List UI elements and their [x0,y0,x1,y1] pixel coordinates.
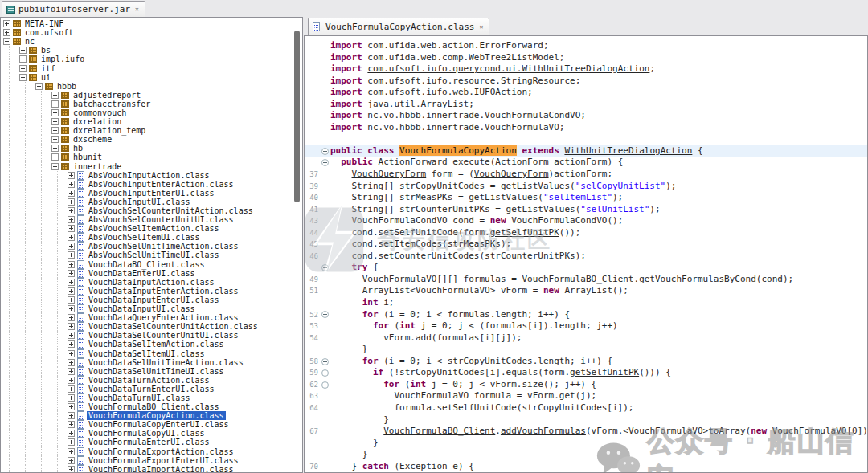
collapse-region-icon[interactable] [321,159,329,166]
expand-plus-icon[interactable] [68,225,75,232]
tree-item-label[interactable]: VouchFormulaBO_Client.class [87,402,221,411]
collapse-region-icon[interactable] [321,369,329,377]
tree-item[interactable]: dxrelation [1,117,302,126]
tree-item-label[interactable]: AbsVouchSelCounterUnitAction.class [87,206,255,215]
expand-plus-icon[interactable] [68,172,75,179]
code-link[interactable]: addVouchFormulas [501,426,586,436]
tree-item-label[interactable]: VouchDataInputEnterAction.class [87,287,240,296]
tree-item-label[interactable]: VouchDataEnterUI.class [87,269,196,278]
tree-item-label[interactable]: commonvouch [72,108,128,117]
tree-item-label[interactable]: hbbb [55,82,78,91]
tree-item[interactable]: AbsVouchInputEnterUI.class [1,189,302,198]
jar-tab[interactable]: pubiufoiufoserver.jar ✕ [2,1,145,17]
collapse-region-icon[interactable] [321,311,329,318]
tree-item-label[interactable]: AbsVouchSelItemAction.class [87,224,221,233]
expand-plus-icon[interactable] [68,457,75,464]
jar-tab-close-icon[interactable]: ✕ [135,6,139,13]
expand-plus-icon[interactable] [68,438,75,446]
tree-item-label[interactable]: VouchDataSelItemAction.class [87,340,226,349]
tree-item-label[interactable]: impl.iufo [39,55,86,63]
tree-item-label[interactable]: VouchFormulaCopyUI.class [87,429,207,438]
tree-item[interactable]: VouchFormulaCopyUI.class [1,429,302,438]
code-link[interactable]: getVouchFormulasByCond [639,274,756,284]
expand-plus-icon[interactable] [51,136,59,143]
expand-plus-icon[interactable] [68,261,75,268]
collapse-region-icon[interactable] [321,381,329,389]
tree-item[interactable]: VouchFormulaEnterUI.class [1,438,302,446]
tree-item-label[interactable]: innertrade [72,162,123,171]
expand-plus-icon[interactable] [68,412,75,419]
tree-item-label[interactable]: hb [72,144,84,153]
tree-item[interactable]: batchacctransfer [1,100,302,108]
tree-item[interactable]: VouchDataSelItemUI.class [1,349,302,357]
tree-item-label[interactable]: VouchDataSelCounterUnitUI.class [87,331,240,340]
tree-item[interactable]: VouchFormulaExportEnterUI.class [1,456,302,465]
tree-item-label[interactable]: AbsVouchInputAction.class [87,171,211,180]
class-tab-close-icon[interactable]: ✕ [479,23,483,31]
tree-item-label[interactable]: com.ufsoft [23,28,75,37]
expand-plus-icon[interactable] [51,153,59,161]
expand-plus-icon[interactable] [51,127,59,134]
tree-item-label[interactable]: adjustedreport [72,91,142,100]
tree-item-label[interactable]: VouchDataSelItemUI.class [87,349,207,358]
tree-item[interactable]: hb [1,144,302,153]
tree-item[interactable]: hbunit [1,153,302,161]
expand-plus-icon[interactable] [68,270,75,277]
tree-item-label[interactable]: AbsVouchInputUI.class [87,198,191,206]
expand-plus-icon[interactable] [68,314,75,321]
tree-item[interactable]: dxscheme [1,135,302,144]
tree-item[interactable]: VouchFormulaCopyEnterUI.class [1,420,302,429]
expand-plus-icon[interactable] [68,340,75,348]
tree-item[interactable]: VouchDataSelItemAction.class [1,340,302,349]
expand-plus-icon[interactable] [19,47,27,54]
expand-plus-icon[interactable] [51,145,59,152]
tree-item[interactable]: VouchDataTurnAction.class [1,376,302,385]
tree-item-label[interactable]: VouchFormulaExportEnterUI.class [87,456,240,465]
collapse-region-icon[interactable] [321,148,329,155]
tree-item-label[interactable]: dxrelation_temp [72,126,147,135]
expand-plus-icon[interactable] [68,332,75,339]
code-link[interactable]: VouchQueryForm [352,169,427,179]
code-link[interactable]: VouchQueryForm [474,169,549,179]
tree-item[interactable]: VouchDataInputUI.class [1,304,302,313]
tree-item[interactable]: META-INF [1,19,302,28]
tree-item-label[interactable]: hbunit [72,153,104,161]
tree-item[interactable]: AbsVouchSelUnitTimeAction.class [1,242,302,251]
tree-item-label[interactable]: META-INF [23,19,65,28]
tree-item-label[interactable]: batchacctransfer [72,100,152,108]
tree-item[interactable]: AbsVouchInputEnterAction.class [1,180,302,189]
tree-item-label[interactable]: VouchDataInputEnterUI.class [87,296,221,304]
collapse-region-icon[interactable] [321,264,329,271]
expand-plus-icon[interactable] [3,29,10,36]
tree-item-label[interactable]: VouchDataTurnUI.class [87,393,191,402]
expand-plus-icon[interactable] [68,190,75,197]
tree-item-label[interactable]: VouchFormulaCopyAction.class [87,411,226,420]
expand-plus-icon[interactable] [68,350,75,357]
tree-item[interactable]: VouchDataEnterUI.class [1,269,302,278]
expand-plus-icon[interactable] [68,198,75,206]
expand-plus-icon[interactable] [68,323,75,330]
tree-item-label[interactable]: VouchFormulaImportAction.class [87,465,235,473]
tree-item-label[interactable]: AbsVouchInputEnterAction.class [87,180,235,189]
tree-scrollbar-thumb[interactable] [294,31,300,202]
tree-item-label[interactable]: VouchDataSelUnitTimeUI.class [87,367,226,376]
expand-plus-icon[interactable] [68,216,75,223]
tree-item-label[interactable]: VouchDataInputAction.class [87,278,216,287]
tree-item[interactable]: nc [1,37,302,46]
expand-plus-icon[interactable] [68,181,75,188]
expand-plus-icon[interactable] [68,421,75,428]
tree-item-label[interactable]: AbsVouchSelUnitTimeAction.class [87,242,240,251]
expand-plus-icon[interactable] [68,296,75,304]
collapse-region-icon[interactable] [321,358,329,365]
expand-plus-icon[interactable] [68,251,75,259]
collapse-minus-icon[interactable] [35,83,43,90]
tree-item[interactable]: AbsVouchSelItemUI.class [1,233,302,242]
expand-plus-icon[interactable] [19,65,27,72]
tree-item-label[interactable]: VouchDataQueryEnterAction.class [87,313,240,322]
tree-item[interactable]: adjustedreport [1,91,302,100]
expand-plus-icon[interactable] [51,109,59,116]
tree-item[interactable]: VouchFormulaImportAction.class [1,465,302,473]
expand-plus-icon[interactable] [68,359,75,366]
tree-item-label[interactable]: dxrelation [72,117,123,126]
tree-item-label[interactable]: ui [39,73,52,82]
